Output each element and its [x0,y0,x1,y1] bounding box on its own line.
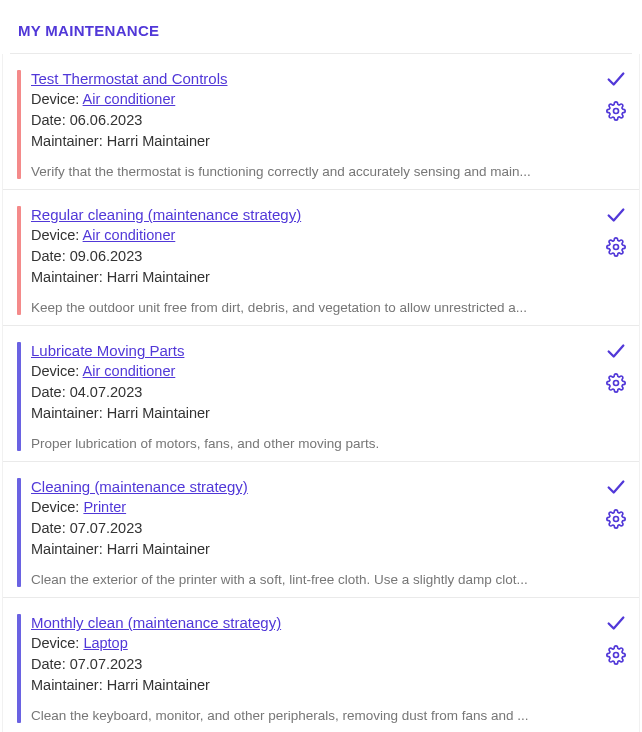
device-link[interactable]: Printer [83,499,126,515]
device-label: Device: [31,363,83,379]
maintainer-value: Harri Maintainer [107,269,210,285]
item-content: Monthly clean (maintenance strategy) Dev… [31,614,629,723]
accent-bar [17,614,21,723]
item-content: Test Thermostat and Controls Device: Air… [31,70,629,179]
device-row: Device: Air conditioner [31,89,579,110]
svg-point-4 [614,653,619,658]
description: Verify that the thermostat is functionin… [31,164,579,179]
checkmark-icon[interactable] [605,204,627,226]
date-label: Date: [31,520,70,536]
svg-point-2 [614,381,619,386]
accent-bar [17,70,21,179]
maintainer-label: Maintainer: [31,269,107,285]
description: Proper lubrication of motors, fans, and … [31,436,579,451]
maintainer-row: Maintainer: Harri Maintainer [31,131,579,152]
maintainer-row: Maintainer: Harri Maintainer [31,403,579,424]
date-label: Date: [31,384,70,400]
date-row: Date: 09.06.2023 [31,246,579,267]
date-row: Date: 06.06.2023 [31,110,579,131]
list-item: Monthly clean (maintenance strategy) Dev… [3,598,639,732]
maintainer-row: Maintainer: Harri Maintainer [31,675,579,696]
date-value: 04.07.2023 [70,384,143,400]
checkmark-icon[interactable] [605,612,627,634]
date-value: 07.07.2023 [70,656,143,672]
item-content: Cleaning (maintenance strategy) Device: … [31,478,629,587]
svg-point-0 [614,109,619,114]
device-row: Device: Printer [31,497,579,518]
device-link[interactable]: Air conditioner [83,91,176,107]
maintainer-value: Harri Maintainer [107,405,210,421]
item-actions [605,68,627,122]
accent-bar [17,206,21,315]
device-link[interactable]: Air conditioner [83,227,176,243]
gear-icon[interactable] [605,508,627,530]
list-item: Test Thermostat and Controls Device: Air… [3,54,639,190]
accent-bar [17,478,21,587]
maintainer-value: Harri Maintainer [107,677,210,693]
task-title-link[interactable]: Lubricate Moving Parts [31,342,184,359]
list-item: Cleaning (maintenance strategy) Device: … [3,462,639,598]
item-actions [605,476,627,530]
date-value: 07.07.2023 [70,520,143,536]
device-label: Device: [31,91,83,107]
gear-icon[interactable] [605,100,627,122]
item-content: Regular cleaning (maintenance strategy) … [31,206,629,315]
device-row: Device: Laptop [31,633,579,654]
checkmark-icon[interactable] [605,340,627,362]
task-title-link[interactable]: Monthly clean (maintenance strategy) [31,614,281,631]
item-actions [605,340,627,394]
description: Keep the outdoor unit free from dirt, de… [31,300,579,315]
task-title-link[interactable]: Regular cleaning (maintenance strategy) [31,206,301,223]
device-label: Device: [31,635,83,651]
description: Clean the exterior of the printer with a… [31,572,579,587]
gear-icon[interactable] [605,372,627,394]
checkmark-icon[interactable] [605,476,627,498]
maintainer-value: Harri Maintainer [107,133,210,149]
device-row: Device: Air conditioner [31,361,579,382]
device-label: Device: [31,499,83,515]
svg-point-3 [614,517,619,522]
item-actions [605,204,627,258]
gear-icon[interactable] [605,644,627,666]
date-row: Date: 04.07.2023 [31,382,579,403]
task-title-link[interactable]: Test Thermostat and Controls [31,70,227,87]
date-row: Date: 07.07.2023 [31,518,579,539]
date-label: Date: [31,656,70,672]
accent-bar [17,342,21,451]
page-title: MY MAINTENANCE [0,0,642,53]
maintainer-label: Maintainer: [31,677,107,693]
date-value: 09.06.2023 [70,248,143,264]
date-value: 06.06.2023 [70,112,143,128]
list-item: Lubricate Moving Parts Device: Air condi… [3,326,639,462]
device-label: Device: [31,227,83,243]
device-row: Device: Air conditioner [31,225,579,246]
maintainer-label: Maintainer: [31,541,107,557]
maintainer-row: Maintainer: Harri Maintainer [31,267,579,288]
gear-icon[interactable] [605,236,627,258]
task-title-link[interactable]: Cleaning (maintenance strategy) [31,478,248,495]
description: Clean the keyboard, monitor, and other p… [31,708,579,723]
device-link[interactable]: Laptop [83,635,127,651]
date-label: Date: [31,112,70,128]
list-item: Regular cleaning (maintenance strategy) … [3,190,639,326]
svg-point-1 [614,245,619,250]
maintenance-list: Test Thermostat and Controls Device: Air… [2,54,640,732]
date-row: Date: 07.07.2023 [31,654,579,675]
checkmark-icon[interactable] [605,68,627,90]
maintainer-value: Harri Maintainer [107,541,210,557]
item-actions [605,612,627,666]
device-link[interactable]: Air conditioner [83,363,176,379]
maintainer-label: Maintainer: [31,405,107,421]
maintainer-label: Maintainer: [31,133,107,149]
maintainer-row: Maintainer: Harri Maintainer [31,539,579,560]
date-label: Date: [31,248,70,264]
item-content: Lubricate Moving Parts Device: Air condi… [31,342,629,451]
